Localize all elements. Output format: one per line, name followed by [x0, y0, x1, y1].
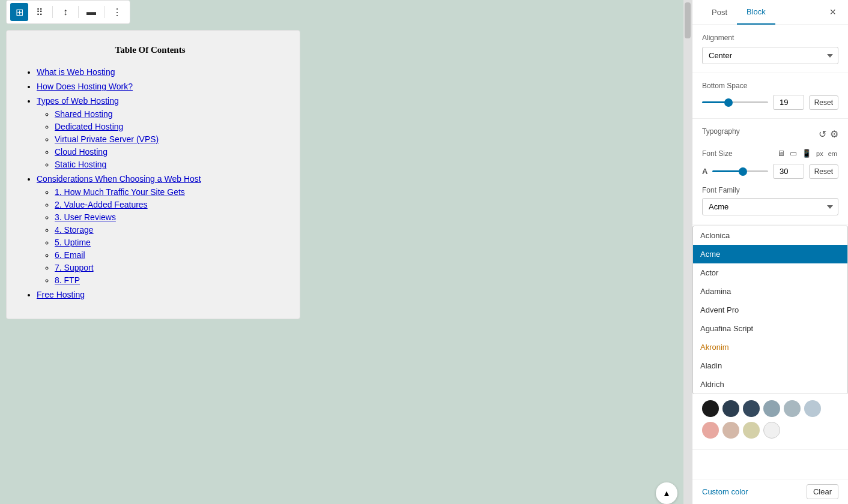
list-item: How Does Hosting Work? — [37, 82, 276, 91]
color-swatch-slate[interactable] — [743, 400, 760, 417]
toc-link-storage[interactable]: 4. Storage — [55, 225, 94, 235]
list-item: Virtual Private Server (VPS) — [55, 134, 276, 144]
bottom-space-input[interactable] — [773, 95, 804, 110]
font-size-slider-row: A Reset — [702, 164, 838, 179]
list-item: 2. Value-Added Features — [55, 200, 276, 209]
color-swatch-light-gray[interactable] — [763, 422, 780, 439]
color-swatch-pale-blue[interactable] — [784, 400, 801, 417]
right-panel: Post Block × Alignment Left Center Right… — [692, 0, 848, 504]
toolbar-divider-2 — [78, 6, 79, 18]
bottom-space-reset-btn[interactable]: Reset — [809, 95, 838, 110]
toc-sublist-considerations: 1. How Much Traffic Your Site Gets 2. Va… — [37, 187, 276, 285]
panel-close-btn[interactable]: × — [827, 4, 838, 21]
font-option-akronim[interactable]: Akronim — [693, 338, 847, 356]
typography-icons: ↺ ⚙ — [819, 128, 838, 140]
font-size-slider-container — [712, 167, 768, 176]
bottom-space-slider-track — [702, 101, 768, 103]
scrollbar-strip[interactable] — [683, 0, 692, 504]
toc-link-user-reviews[interactable]: 3. User Reviews — [55, 212, 116, 222]
drag-toolbar-btn[interactable]: ⠿ — [31, 3, 49, 21]
color-swatch-lighter-blue[interactable] — [804, 400, 821, 417]
toolbar-divider-3 — [104, 6, 104, 18]
list-item: Cloud Hosting — [55, 147, 276, 157]
tab-post[interactable]: Post — [702, 0, 737, 25]
font-option-aldrich[interactable]: Aldrich — [693, 375, 847, 394]
font-option-actor[interactable]: Actor — [693, 263, 847, 282]
font-size-reset-btn[interactable]: Reset — [809, 164, 838, 179]
font-option-aladin[interactable]: Aladin — [693, 356, 847, 375]
toc-link-static-hosting[interactable]: Static Hosting — [55, 160, 106, 169]
toolbar-divider-1 — [52, 6, 53, 18]
font-option-aguafina-script[interactable]: Aguafina Script — [693, 319, 847, 338]
toc-sublist-types: Shared Hosting Dedicated Hosting Virtual… — [37, 109, 276, 169]
font-option-adamina[interactable]: Adamina — [693, 282, 847, 301]
toc-title: Table Of Contents — [25, 45, 276, 55]
color-swatch-light-blue-gray[interactable] — [763, 400, 780, 417]
font-option-aclonica[interactable]: Aclonica — [693, 226, 847, 245]
toc-link-cloud-hosting[interactable]: Cloud Hosting — [55, 147, 108, 157]
toc-list: What is Web Hosting How Does Hosting Wor… — [25, 67, 276, 299]
scrollbar-thumb[interactable] — [685, 2, 691, 38]
mobile-icon[interactable]: 📱 — [801, 148, 813, 159]
color-swatch-salmon[interactable] — [702, 422, 719, 439]
bottom-space-slider-container — [702, 98, 768, 107]
list-item: Shared Hosting — [55, 109, 276, 119]
clear-btn[interactable]: Clear — [807, 484, 838, 499]
color-swatch-dark-navy[interactable] — [722, 400, 739, 417]
font-option-acme[interactable]: Acme — [693, 245, 847, 263]
bottom-space-row: Reset — [702, 95, 838, 110]
panel-tabs: Post Block — [702, 0, 775, 25]
toc-link-traffic[interactable]: 1. How Much Traffic Your Site Gets — [55, 187, 185, 197]
grid-toolbar-btn[interactable]: ⊞ — [10, 3, 28, 21]
toc-link-what-is-web-hosting[interactable]: What is Web Hosting — [37, 67, 115, 77]
toc-link-considerations[interactable]: Considerations When Choosing a Web Host — [37, 174, 201, 184]
font-option-advent-pro[interactable]: Advent Pro — [693, 301, 847, 319]
typography-settings-icon[interactable]: ⚙ — [830, 128, 838, 140]
font-dropdown-inner[interactable]: Aclonica Acme Actor Adamina Advent Pro A… — [693, 226, 847, 394]
px-unit-btn[interactable]: px — [815, 148, 825, 159]
toc-link-dedicated-hosting[interactable]: Dedicated Hosting — [55, 122, 123, 131]
bottom-bar: Custom color Clear — [692, 479, 848, 504]
font-size-header: Font Size 🖥 ▭ 📱 px em — [702, 148, 838, 159]
tablet-icon[interactable]: ▭ — [789, 148, 798, 159]
toc-link-uptime[interactable]: 5. Uptime — [55, 238, 91, 247]
toc-link-how-does-hosting-work[interactable]: How Does Hosting Work? — [37, 82, 133, 91]
toc-link-free-hosting[interactable]: Free Hosting — [37, 290, 85, 299]
font-size-slider-thumb[interactable] — [739, 167, 747, 176]
font-family-select[interactable]: Acme — [702, 198, 838, 215]
font-dropdown: Aclonica Acme Actor Adamina Advent Pro A… — [692, 226, 848, 394]
font-size-row: Font Size 🖥 ▭ 📱 px em A Reset — [702, 148, 838, 179]
list-item: 5. Uptime — [55, 238, 276, 247]
color-swatch-khaki[interactable] — [743, 422, 760, 439]
typography-section: Typography ↺ ⚙ Font Size 🖥 ▭ 📱 px em A — [692, 119, 848, 224]
bottom-space-slider-thumb[interactable] — [724, 98, 733, 107]
toc-link-ftp[interactable]: 8. FTP — [55, 275, 80, 285]
toc-link-value-added[interactable]: 2. Value-Added Features — [55, 200, 148, 209]
em-unit-btn[interactable]: em — [827, 148, 838, 159]
list-item: Free Hosting — [37, 290, 276, 299]
font-family-section: Font Family Acme — [702, 186, 838, 215]
custom-color-link[interactable]: Custom color — [702, 487, 748, 496]
device-icons: 🖥 ▭ 📱 px em — [776, 148, 838, 159]
move-toolbar-btn[interactable]: ↕ — [56, 3, 74, 21]
toc-link-vps[interactable]: Virtual Private Server (VPS) — [55, 134, 159, 144]
alignment-select[interactable]: Left Center Right — [702, 47, 838, 64]
color-swatch-tan[interactable] — [722, 422, 739, 439]
toc-link-email[interactable]: 6. Email — [55, 250, 85, 260]
bottom-nav-btn[interactable]: ▲ — [656, 482, 677, 504]
color-swatch-black[interactable] — [702, 400, 719, 417]
toc-link-types-of-web-hosting[interactable]: Types of Web Hosting — [37, 96, 119, 106]
list-item: 4. Storage — [55, 225, 276, 235]
tab-block[interactable]: Block — [737, 0, 775, 25]
color-swatches-row-2 — [702, 422, 838, 439]
align-toolbar-btn[interactable]: ▬ — [82, 3, 100, 21]
font-size-input[interactable] — [773, 164, 804, 179]
toc-link-shared-hosting[interactable]: Shared Hosting — [55, 109, 113, 119]
typography-reset-icon[interactable]: ↺ — [819, 128, 826, 140]
block-toolbar: ⊞ ⠿ ↕ ▬ ⋮ — [6, 0, 130, 24]
list-item: Dedicated Hosting — [55, 122, 276, 131]
more-toolbar-btn[interactable]: ⋮ — [108, 3, 126, 21]
toc-link-support[interactable]: 7. Support — [55, 263, 94, 272]
desktop-icon[interactable]: 🖥 — [776, 148, 786, 159]
list-item: 6. Email — [55, 250, 276, 260]
